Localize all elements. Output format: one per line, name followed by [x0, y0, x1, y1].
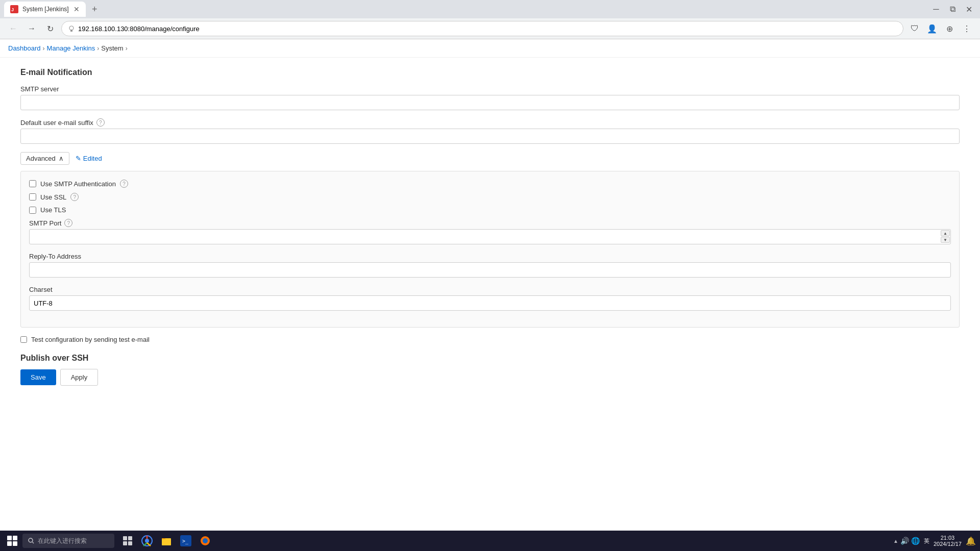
reply-to-input[interactable]: [29, 262, 951, 278]
tab-favicon: J: [10, 5, 18, 13]
smtp-port-decrement[interactable]: ▼: [941, 237, 950, 243]
browser-toolbar: ← → ↻ 🛡 👤 ⊕ ⋮: [0, 18, 980, 39]
window-controls: ─ ⧉ ✕: [929, 2, 976, 16]
reply-to-label: Reply-To Address: [29, 253, 951, 260]
default-suffix-group: Default user e-mail suffix ?: [20, 118, 960, 144]
ssl-help-icon[interactable]: ?: [70, 193, 79, 201]
charset-label: Charset: [29, 286, 951, 293]
forward-button[interactable]: →: [24, 21, 39, 36]
address-bar[interactable]: [61, 21, 903, 36]
smtp-port-label: SMTP Port ?: [29, 219, 951, 227]
tab-title: System [Jenkins]: [22, 6, 69, 13]
new-tab-button[interactable]: +: [88, 2, 102, 17]
main-content: E-mail Notification SMTP server Default …: [0, 58, 980, 524]
svg-point-2: [69, 26, 74, 30]
use-tls-label[interactable]: Use TLS: [40, 206, 66, 214]
lock-icon: [68, 25, 75, 32]
use-tls-checkbox[interactable]: [29, 207, 36, 214]
email-section-title: E-mail Notification: [20, 68, 960, 77]
default-suffix-label: Default user e-mail suffix ?: [20, 118, 960, 127]
apply-button[interactable]: Apply: [60, 369, 99, 386]
smtp-server-label: SMTP server: [20, 85, 960, 93]
smtp-auth-label[interactable]: Use SMTP Authentication: [40, 180, 116, 188]
smtp-port-increment[interactable]: ▲: [941, 230, 950, 236]
test-config-checkbox[interactable]: [20, 336, 27, 343]
restore-button[interactable]: ⧉: [945, 2, 960, 16]
use-ssl-group: Use SSL ?: [29, 193, 951, 201]
smtp-port-wrap: ▲ ▼: [29, 229, 951, 244]
advanced-button[interactable]: Advanced ∧: [20, 152, 69, 165]
profile-icon[interactable]: 👤: [925, 21, 939, 36]
charset-input[interactable]: [29, 295, 951, 311]
minimize-button[interactable]: ─: [929, 2, 943, 16]
reload-button[interactable]: ↻: [43, 21, 57, 36]
edited-label: Edited: [83, 155, 102, 162]
browser-action-buttons: 🛡 👤 ⊕ ⋮: [908, 21, 974, 36]
test-config-label[interactable]: Test configuration by sending test e-mai…: [31, 336, 150, 343]
advanced-header: Advanced ∧ ✎ Edited: [20, 152, 960, 165]
breadcrumb-dashboard[interactable]: Dashboard: [8, 44, 41, 52]
breadcrumb-system: System: [101, 44, 123, 52]
default-suffix-input[interactable]: [20, 129, 960, 144]
smtp-auth-help-icon[interactable]: ?: [120, 180, 128, 188]
test-config-row: Test configuration by sending test e-mai…: [20, 336, 960, 343]
save-button[interactable]: Save: [20, 369, 56, 385]
svg-rect-3: [70, 30, 72, 32]
tab-close-button[interactable]: ✕: [74, 5, 80, 13]
smtp-port-spinners: ▲ ▼: [941, 230, 950, 243]
advanced-label: Advanced: [26, 155, 56, 162]
breadcrumb-sep-1: ›: [43, 45, 45, 52]
breadcrumb: Dashboard › Manage Jenkins › System ›: [0, 39, 980, 58]
default-suffix-help-icon[interactable]: ?: [96, 118, 105, 127]
back-button[interactable]: ←: [6, 21, 20, 36]
breadcrumb-sep-3: ›: [126, 45, 128, 52]
edited-badge: ✎ Edited: [76, 155, 102, 162]
use-ssl-label[interactable]: Use SSL: [40, 193, 66, 201]
advanced-options-box: Use SMTP Authentication ? Use SSL ? Use …: [20, 171, 960, 328]
url-input[interactable]: [78, 25, 897, 33]
use-ssl-checkbox[interactable]: [29, 193, 36, 201]
close-button[interactable]: ✕: [962, 2, 976, 16]
smtp-port-group: SMTP Port ? ▲ ▼: [29, 219, 951, 244]
browser-titlebar: J System [Jenkins] ✕ + ─ ⧉ ✕: [0, 0, 980, 18]
reply-to-group: Reply-To Address: [29, 253, 951, 278]
chevron-up-icon: ∧: [59, 155, 64, 162]
svg-text:J: J: [11, 7, 14, 12]
smtp-auth-checkbox[interactable]: [29, 180, 36, 187]
browser-tab[interactable]: J System [Jenkins] ✕: [4, 2, 86, 17]
publish-ssh-title: Publish over SSH: [20, 354, 960, 363]
use-tls-group: Use TLS: [29, 206, 951, 214]
charset-group: Charset: [29, 286, 951, 311]
menu-icon[interactable]: ⋮: [960, 21, 974, 36]
action-buttons: Save Apply: [20, 369, 960, 386]
breadcrumb-manage-jenkins[interactable]: Manage Jenkins: [47, 44, 95, 52]
edit-icon: ✎: [76, 155, 81, 162]
smtp-port-input[interactable]: [29, 229, 951, 244]
browser-chrome: J System [Jenkins] ✕ + ─ ⧉ ✕ ← → ↻ 🛡 👤 ⊕…: [0, 0, 980, 39]
smtp-server-input[interactable]: [20, 95, 960, 110]
smtp-server-group: SMTP server: [20, 85, 960, 110]
extensions-icon[interactable]: ⊕: [942, 21, 957, 36]
shield-icon[interactable]: 🛡: [908, 21, 922, 36]
smtp-auth-group: Use SMTP Authentication ?: [29, 180, 951, 188]
smtp-port-help-icon[interactable]: ?: [64, 219, 72, 227]
breadcrumb-sep-2: ›: [97, 45, 99, 52]
